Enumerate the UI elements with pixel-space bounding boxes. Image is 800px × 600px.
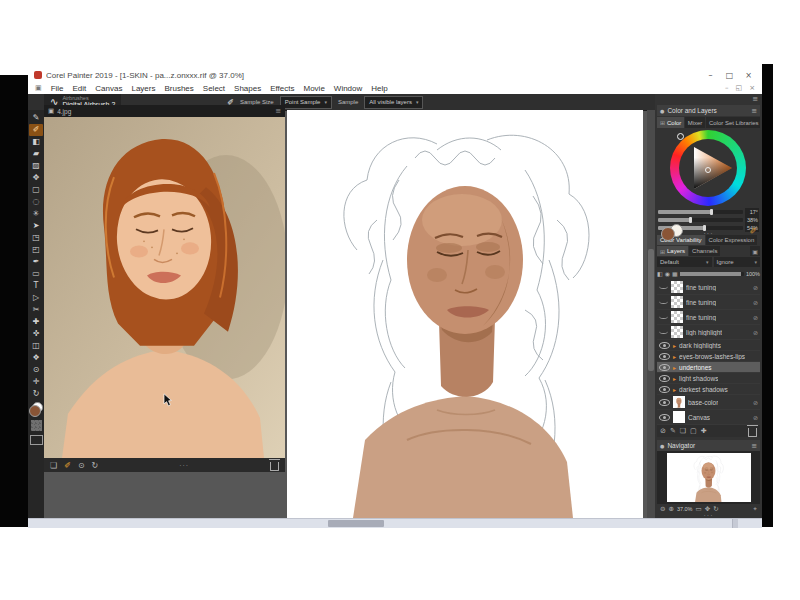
menu-select[interactable]: Select — [203, 84, 225, 93]
color-wheel[interactable]: ✐ — [655, 130, 762, 206]
pickup-underlying-icon[interactable]: ◉ — [665, 270, 670, 277]
layer-mask-icon[interactable]: ▦ — [672, 270, 678, 277]
menu-canvas[interactable]: Canvas — [95, 84, 122, 93]
add-point-tool[interactable]: ✚ — [29, 316, 43, 328]
composite-depth-dropdown[interactable]: Ignore ▾ — [714, 257, 760, 267]
kaleidoscope-tool[interactable]: ❖ — [29, 352, 43, 364]
lock-layer-icon[interactable]: ⊘ — [660, 427, 666, 435]
blend-mode-dropdown[interactable]: Default ▾ — [657, 257, 712, 267]
collapse-dot-icon[interactable]: ● — [660, 108, 664, 114]
doc-minimize-button[interactable]: – — [725, 84, 729, 92]
trash-icon[interactable] — [270, 462, 279, 471]
new-layer-icon[interactable]: ❏ — [680, 427, 686, 435]
navigator-panel-header[interactable]: ● Navigator ≡ — [657, 440, 760, 451]
main-color-swatch[interactable] — [661, 227, 675, 241]
panel-menu-icon[interactable]: ≡ — [751, 107, 757, 115]
tab-color[interactable]: ⊞ Color — [657, 117, 684, 128]
layer-row[interactable]: base-color ⊘ — [657, 395, 760, 410]
screen-mode-button[interactable] — [30, 435, 43, 445]
navigator-preview[interactable] — [657, 451, 760, 504]
panel-menu-icon[interactable]: ≡ — [275, 107, 281, 115]
reference-tab-label[interactable]: 4.jpg — [57, 108, 71, 115]
zoom-icon[interactable]: ⊙ — [78, 461, 85, 470]
visibility-on-icon[interactable] — [659, 353, 670, 360]
menu-file[interactable]: File — [51, 84, 64, 93]
visibility-on-icon[interactable] — [659, 414, 670, 421]
paint-bucket-tool[interactable]: ◧ — [29, 136, 43, 148]
menu-layers[interactable]: Layers — [131, 84, 155, 93]
brush-tool[interactable]: ✎ — [29, 112, 43, 124]
lasso-tool[interactable]: ◌ — [29, 196, 43, 208]
scissors-tool[interactable]: ✂ — [29, 304, 43, 316]
layer-group-row[interactable]: ▸ light shadows — [657, 373, 760, 384]
collapse-dot-icon[interactable]: ● — [660, 443, 664, 449]
expand-arrow-icon[interactable]: ▸ — [673, 353, 676, 360]
close-button[interactable]: × — [741, 71, 756, 80]
navigator-thumbnail[interactable] — [667, 453, 751, 502]
saturation-slider[interactable]: 38% — [658, 216, 759, 224]
shape-select-tool[interactable]: ▷ — [29, 292, 43, 304]
transform-tool[interactable]: ◳ — [29, 232, 43, 244]
vertical-scrollbar-thumb[interactable] — [648, 249, 654, 371]
clone-color-icon[interactable]: ✐ — [749, 226, 757, 236]
layer-adjuster-tool[interactable]: ➤ — [29, 220, 43, 232]
visibility-off-icon[interactable] — [659, 298, 668, 304]
layer-mask-icon[interactable]: ▢ — [690, 427, 697, 435]
layer-group-row[interactable]: ▸ dark highlights — [657, 340, 760, 351]
layer-row[interactable]: fine tuning ⊘ — [657, 310, 760, 325]
expand-arrow-icon[interactable]: ▸ — [673, 386, 676, 393]
doc-close-button[interactable]: × — [749, 84, 755, 92]
preserve-transparency-icon[interactable]: ◧ — [657, 270, 663, 277]
sample-color-icon[interactable]: ✐ — [64, 461, 71, 470]
hue-slider[interactable]: 17° — [658, 208, 759, 216]
sv-triangle[interactable] — [670, 130, 746, 206]
panel-menu-icon[interactable]: ≡ — [751, 442, 757, 450]
menu-shapes[interactable]: Shapes — [234, 84, 261, 93]
visibility-on-icon[interactable] — [659, 375, 670, 382]
menu-brushes[interactable]: Brushes — [164, 84, 193, 93]
chalk-tool[interactable]: ▨ — [29, 160, 43, 172]
color-layers-panel-header[interactable]: ● Color and Layers ≡ — [657, 105, 760, 116]
rotate-icon[interactable]: ↻ — [92, 461, 99, 470]
paper-selector[interactable] — [31, 420, 42, 431]
tab-color-set-libraries[interactable]: Color Set Libraries — [706, 117, 760, 128]
layer-group-row[interactable]: ▸ eyes-brows-lashes-lips — [657, 351, 760, 362]
layer-row[interactable]: fine tuning ⊘ — [657, 295, 760, 310]
convert-point-tool[interactable]: ✜ — [29, 328, 43, 340]
text-tool[interactable]: T — [29, 280, 43, 292]
rotate-page-tool[interactable]: ↻ — [29, 388, 43, 400]
hue-marker[interactable] — [677, 133, 684, 140]
expand-arrow-icon[interactable]: ▸ — [673, 375, 676, 382]
layer-row[interactable]: ligh highlight ⊘ — [657, 325, 760, 340]
panel-color-swatches[interactable] — [661, 224, 683, 241]
mirror-tool[interactable]: ◫ — [29, 340, 43, 352]
horizontal-scrollbar-thumb[interactable] — [328, 520, 384, 527]
rect-select-tool[interactable]: ▢ — [29, 184, 43, 196]
maximize-button[interactable]: □ — [722, 71, 737, 80]
visibility-on-icon[interactable] — [659, 399, 670, 406]
horizontal-scrollbar[interactable] — [28, 518, 762, 528]
menu-help[interactable]: Help — [371, 84, 387, 93]
group-layers-icon[interactable]: ✚ — [701, 427, 707, 435]
open-image-icon[interactable]: ❏ — [50, 461, 57, 470]
dock-menu-icon[interactable]: ≡ — [752, 95, 758, 103]
dynamic-plugins-icon[interactable]: ✎ — [670, 427, 676, 435]
layer-group-row-selected[interactable]: ▸ undertones — [657, 362, 760, 373]
delete-layer-icon[interactable] — [748, 428, 757, 437]
document-canvas[interactable] — [287, 110, 643, 518]
minimize-button[interactable]: – — [703, 71, 718, 80]
expand-arrow-icon[interactable]: ▸ — [673, 364, 676, 371]
vertical-scrollbar[interactable] — [647, 110, 655, 518]
opacity-slider[interactable] — [680, 272, 744, 276]
menu-edit[interactable]: Edit — [73, 84, 87, 93]
sample-size-dropdown[interactable]: Point Sample ▾ — [280, 96, 332, 109]
magic-wand-tool[interactable]: ✳ — [29, 208, 43, 220]
tab-layers[interactable]: ⊞ Layers — [657, 246, 688, 256]
visibility-on-icon[interactable] — [659, 342, 670, 349]
sample-dropdown[interactable]: All visible layers ▾ — [364, 96, 423, 109]
color-swatches[interactable] — [29, 402, 43, 417]
move-tool[interactable]: ✥ — [29, 172, 43, 184]
menu-window[interactable]: Window — [334, 84, 362, 93]
main-color-swatch[interactable] — [29, 405, 41, 417]
visibility-off-icon[interactable] — [659, 313, 668, 319]
